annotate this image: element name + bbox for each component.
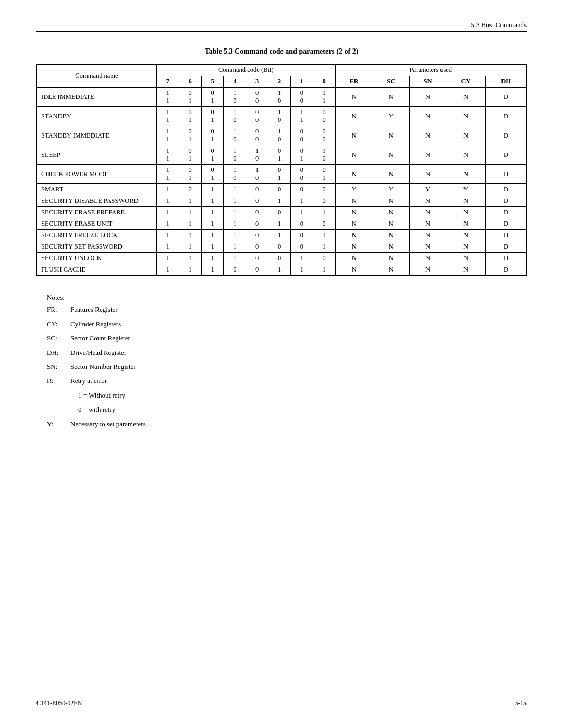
param-col-dh: DH	[486, 76, 527, 88]
cmd-name-cell: STANDBY	[37, 107, 157, 126]
param-cell: N	[335, 145, 373, 165]
bit-cell: 01	[179, 165, 201, 184]
bit-cell: 11	[157, 107, 179, 126]
param-cell: N	[446, 207, 486, 218]
param-col-sc: SC	[373, 76, 409, 88]
bit-cell: 1	[290, 207, 313, 218]
bit-cell: 1	[224, 218, 246, 230]
bit-cell: 10	[268, 107, 291, 126]
param-cell: N	[373, 253, 409, 264]
notes-label: Notes:	[47, 291, 527, 303]
bit-cell: 1	[224, 207, 246, 218]
param-cell: Y	[373, 107, 409, 126]
param-cell: N	[373, 241, 409, 253]
bit-cell: 1	[313, 241, 335, 253]
bit-cell: 10	[313, 145, 335, 165]
bit-cell: 01	[201, 107, 224, 126]
param-cell: N	[446, 218, 486, 230]
bit-cell: 10	[224, 126, 246, 145]
param-cell: N	[373, 165, 409, 184]
bit-cell: 1	[290, 264, 313, 276]
bit-cell: 1	[157, 241, 179, 253]
param-cell: N	[335, 88, 373, 107]
bit-cell: 1	[290, 253, 313, 264]
param-cell: N	[446, 241, 486, 253]
bit-cell: 0	[246, 218, 268, 230]
param-cell: N	[446, 145, 486, 165]
param-cell: D	[486, 88, 527, 107]
param-cell: N	[373, 207, 409, 218]
param-cell: D	[486, 165, 527, 184]
bit-cell: 00	[246, 126, 268, 145]
param-cell: N	[409, 126, 446, 145]
bit-cell: 1	[179, 195, 201, 207]
bit-cell: 1	[157, 195, 179, 207]
page-footer: C141-E050-02EN 5-15	[36, 696, 527, 707]
bit-cell: 00	[313, 126, 335, 145]
note-fr: FR: Features Register	[47, 303, 527, 315]
param-cell: Y	[335, 184, 373, 195]
bit-cell: 00	[246, 107, 268, 126]
param-cell: N	[335, 195, 373, 207]
bit-cell: 1	[313, 207, 335, 218]
bit-cell: 1	[201, 264, 224, 276]
param-cell: N	[335, 126, 373, 145]
bit-cell: 10	[224, 88, 246, 107]
bit-cell: 01	[201, 165, 224, 184]
bit-cell: 11	[157, 126, 179, 145]
param-cell: D	[486, 107, 527, 126]
note-r-sub2: 0 = with retry	[78, 403, 527, 415]
param-col-fr: FR	[335, 76, 373, 88]
param-cell: N	[446, 107, 486, 126]
param-cell: N	[409, 107, 446, 126]
bit-cell: 1	[157, 184, 179, 195]
param-cell: N	[335, 253, 373, 264]
bit-cell: 01	[201, 88, 224, 107]
bit-cell: 1	[179, 207, 201, 218]
bit-cell: 10	[224, 145, 246, 165]
bit-cell: 1	[201, 218, 224, 230]
bit-cell: 11	[157, 145, 179, 165]
bit-col-5: 5	[201, 76, 224, 88]
table-body: IDLE IMMEDIATE1101011000100011NNNNDSTAND…	[37, 88, 527, 276]
bit-cell: 01	[268, 145, 291, 165]
bit-cell: 01	[313, 165, 335, 184]
table-row: SLEEP1101011010010110NNNND	[37, 145, 527, 165]
table-row: FLUSH CACHE11100111NNNND	[37, 264, 527, 276]
bit-col-3: 3	[246, 76, 268, 88]
param-cell: N	[446, 126, 486, 145]
bit-cell: 11	[157, 165, 179, 184]
bit-cell: 01	[179, 126, 201, 145]
param-cell: D	[486, 145, 527, 165]
note-sn: SN: Sector Number Register	[47, 361, 527, 373]
table-row: STANDBY IMMEDIATE1101011000100000NNNND	[37, 126, 527, 145]
table-caption: Table 5.3 Command code and parameters (2…	[36, 47, 527, 56]
bit-cell: 0	[290, 241, 313, 253]
note-cy: CY: Cylinder Registers	[47, 318, 527, 330]
bit-cell: 0	[313, 218, 335, 230]
bit-cell: 0	[224, 264, 246, 276]
bit-col-1: 1	[290, 76, 313, 88]
param-cell: N	[409, 230, 446, 241]
bit-cell: 0	[246, 195, 268, 207]
param-col-cy: CY	[446, 76, 486, 88]
cmd-name-cell: SECURITY SET PASSWORD	[37, 241, 157, 253]
cmd-name-cell: SECURITY ERASE PREPARE	[37, 207, 157, 218]
bit-cell: 1	[201, 184, 224, 195]
table-row: SECURITY UNLOCK11110010NNNND	[37, 253, 527, 264]
bit-cell: 1	[268, 230, 291, 241]
col-header-parameters: Parameters used	[335, 65, 526, 76]
param-cell: D	[486, 207, 527, 218]
bit-cell: 1	[313, 264, 335, 276]
page: 5.3 Host Commands Table 5.3 Command code…	[0, 0, 563, 728]
table-row: SECURITY ERASE PREPARE11110011NNNND	[37, 207, 527, 218]
table-row: SECURITY DISABLE PASSWORD11110110NNNND	[37, 195, 527, 207]
bit-cell: 0	[179, 184, 201, 195]
param-cell: Y	[409, 184, 446, 195]
table-row: SECURITY FREEZE LOCK11110101NNNND	[37, 230, 527, 241]
bit-cell: 1	[224, 195, 246, 207]
param-cell: N	[446, 165, 486, 184]
param-cell: D	[486, 195, 527, 207]
footer-left: C141-E050-02EN	[36, 699, 82, 707]
param-cell: N	[373, 145, 409, 165]
